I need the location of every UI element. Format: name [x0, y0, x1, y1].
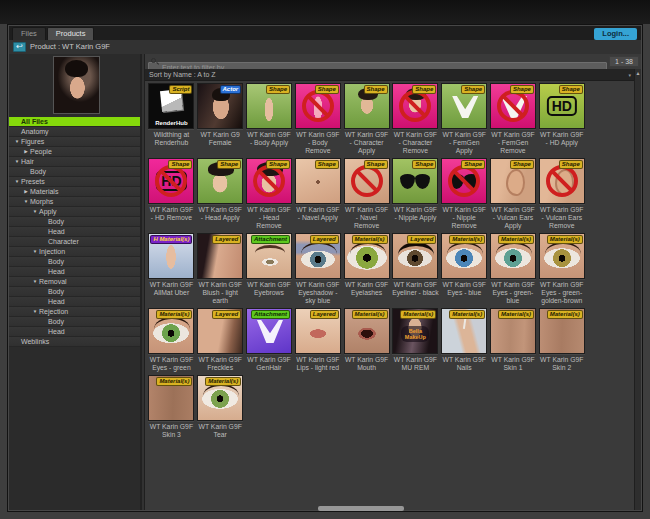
tree-item-head[interactable]: Head [9, 297, 140, 307]
thumbnail-skin-swatch-3[interactable]: Material(s) [148, 375, 194, 421]
thumbnail-eye-shadow[interactable]: Layered [295, 233, 341, 279]
grid-item[interactable]: ShapeWT Karin G9F - Nipple Apply [391, 158, 440, 230]
grid-item[interactable]: ShapeWT Karin G9F - Body Apply [245, 83, 294, 155]
thumbnail-photo-bikini[interactable]: H Material(s) [148, 233, 194, 279]
tab-products[interactable]: Products [47, 27, 95, 40]
grid-item[interactable]: AttachmentWT Karin G9F GenHair [245, 308, 294, 372]
thumbnail-skin-brow[interactable]: Attachment [246, 233, 292, 279]
grid-item[interactable]: Material(s)WT Karin G9F Eyes - green-gol… [537, 233, 586, 305]
grid-item[interactable]: ShapeWT Karin G9F - Body Remove [293, 83, 342, 155]
thumbnail-purple-genhair[interactable]: Attachment [246, 308, 292, 354]
tree-expanded-icon[interactable]: ▼ [31, 277, 39, 286]
grid-item[interactable]: LayeredWT Karin G9F Eyeliner - black [391, 233, 440, 305]
tree-item-morphs[interactable]: ▼Morphs [9, 197, 140, 207]
thumbnail-green-hd[interactable]: HDShape [539, 83, 585, 129]
tree-item-presets[interactable]: ▼Presets [9, 177, 140, 187]
thumbnail-photo-portrait[interactable]: Actor [197, 83, 243, 129]
grid-item[interactable]: ShapeWT Karin G9F - Character Apply [342, 83, 391, 155]
tab-files[interactable]: Files [12, 27, 46, 40]
grid-item[interactable]: ShapeWT Karin G9F - FemGen Remove [489, 83, 538, 155]
thumbnail-green-bra[interactable]: Shape [392, 158, 438, 204]
tree-expanded-icon[interactable]: ▼ [13, 177, 21, 186]
thumbnail-renderhub[interactable]: RenderHubScript [148, 83, 194, 129]
grid-item[interactable]: ShapeWT Karin G9F - Vulcan Ears Apply [489, 158, 538, 230]
tree-collapsed-icon[interactable]: ▶ [22, 147, 30, 156]
tree-expanded-icon[interactable]: ▼ [22, 197, 30, 206]
search-field[interactable] [148, 56, 607, 67]
thumbnail-skin-plain[interactable]: Shape [344, 158, 390, 204]
grid-item[interactable]: ShapeWT Karin G9F - FemGen Apply [440, 83, 489, 155]
thumbnail-skin-navel[interactable]: Shape [295, 158, 341, 204]
thumbnail-pink-portrait[interactable]: Shape [392, 83, 438, 129]
thumbnail-eye-greenblue[interactable]: Material(s) [490, 233, 536, 279]
horizontal-scrollbar[interactable] [318, 506, 404, 511]
tree-item-head[interactable]: Head [9, 327, 140, 337]
grid-item[interactable]: Material(s)WT Karin G9F Skin 3 [147, 375, 196, 439]
thumbnail-pink-hd[interactable]: HDShape [148, 158, 194, 204]
thumbnail-skin-ear[interactable]: Shape [490, 158, 536, 204]
thumbnail-green-figure[interactable]: Shape [246, 83, 292, 129]
tree-expanded-icon[interactable]: ▼ [13, 137, 21, 146]
tree-item-character[interactable]: Character [9, 237, 140, 247]
thumbnail-eye-green[interactable]: Material(s) [148, 308, 194, 354]
thumbnail-eye-big-green[interactable]: Material(s) [344, 233, 390, 279]
grid-item[interactable]: LayeredWT Karin G9F Freckles [196, 308, 245, 372]
grid-item[interactable]: Material(s)WT Karin G9F Eyelashes [342, 233, 391, 305]
grid-item[interactable]: Material(s)WT Karin G9F Eyes - green-blu… [489, 233, 538, 305]
grid-item[interactable]: RenderHubScriptWildthing at Renderhub [147, 83, 196, 155]
tree-item-body[interactable]: Body [9, 257, 140, 267]
tree-item-materials[interactable]: ▶Materials [9, 187, 140, 197]
thumbnail-pink-femgen[interactable]: Shape [490, 83, 536, 129]
grid-item[interactable]: HDShapeWT Karin G9F - HD Apply [537, 83, 586, 155]
grid-item[interactable]: ShapeWT Karin G9F - Navel Remove [342, 158, 391, 230]
grid-item[interactable]: LayeredWT Karin G9F Eyeshadow - sky blue [293, 233, 342, 305]
grid-item[interactable]: ShapeWT Karin G9F - Nipple Remove [440, 158, 489, 230]
tree-item-figures[interactable]: ▼Figures [9, 137, 140, 147]
thumbnail-hand-nails[interactable]: Material(s) [441, 308, 487, 354]
grid-item[interactable]: AttachmentWT Karin G9F Eyebrows [245, 233, 294, 305]
grid-item[interactable]: ShapeWT Karin G9F - Head Remove [245, 158, 294, 230]
thumbnail-pink-head[interactable]: Shape [246, 158, 292, 204]
grid-item[interactable]: Material(s)WT Karin G9F Mouth [342, 308, 391, 372]
grid-item[interactable]: HDShapeWT Karin G9F - HD Remove [147, 158, 196, 230]
thumbnail-photo-nose[interactable]: Layered [197, 308, 243, 354]
grid-item[interactable]: Material(s)WT Karin G9F Skin 2 [537, 308, 586, 372]
sort-bar[interactable]: Sort by Name : A to Z ▾ [145, 69, 634, 81]
thumbnail-green-femgen[interactable]: Shape [441, 83, 487, 129]
tree-item-hair[interactable]: ▼Hair [9, 157, 140, 167]
tree-expanded-icon[interactable]: ▼ [31, 207, 39, 216]
tree-item-anatomy[interactable]: Anatomy [9, 127, 140, 137]
grid-item[interactable]: ShapeWT Karin G9F - Head Apply [196, 158, 245, 230]
tree-item-body[interactable]: Body [9, 217, 140, 227]
grid-item[interactable]: Material(s)WT Karin G9F Tear [196, 375, 245, 439]
tree-item-rejection[interactable]: ▼Rejection [9, 307, 140, 317]
grid-item[interactable]: ShapeWT Karin G9F - Navel Apply [293, 158, 342, 230]
thumbnail-eye-blue[interactable]: Material(s) [441, 233, 487, 279]
tree-expanded-icon[interactable]: ▼ [31, 247, 39, 256]
tree-item-body[interactable]: Body [9, 167, 140, 177]
thumbnail-eye-tear[interactable]: Material(s) [197, 375, 243, 421]
grid-item[interactable]: ActorWT Karin G9 Female [196, 83, 245, 155]
grid-item[interactable]: H Material(s)WT Karin G9F AllMat Uber [147, 233, 196, 305]
thumbnail-eye-dark[interactable]: Layered [392, 233, 438, 279]
thumbnail-skin-swatch-2[interactable]: Material(s) [539, 308, 585, 354]
back-arrow-icon[interactable]: ↩ [13, 42, 26, 52]
thumbnail-eye-golden[interactable]: Material(s) [539, 233, 585, 279]
grid-item[interactable]: ShapeWT Karin G9F - Vulcan Ears Remove [537, 158, 586, 230]
tree-item-body[interactable]: Body [9, 317, 140, 327]
grid-item[interactable]: LayeredWT Karin G9F Blush - light earth [196, 233, 245, 305]
grid-item[interactable]: Material(s)WT Karin G9F Skin 1 [489, 308, 538, 372]
thumbnail-skin-swatch-1[interactable]: Material(s) [490, 308, 536, 354]
tree-item-body[interactable]: Body [9, 287, 140, 297]
grid-item[interactable]: Bella MakeUpMaterial(s)WT Karin G9F MU R… [391, 308, 440, 372]
vertical-scrollbar[interactable]: ▲ [634, 69, 641, 510]
tree-item-head[interactable]: Head [9, 267, 140, 277]
thumbnail-photo-face[interactable]: Layered [197, 233, 243, 279]
thumbnail-pink-bra[interactable]: Shape [441, 158, 487, 204]
login-button[interactable]: Login... [594, 28, 637, 40]
tree-item-people[interactable]: ▶People [9, 147, 140, 157]
thumbnail-pink-figure[interactable]: Shape [295, 83, 341, 129]
tree-expanded-icon[interactable]: ▼ [13, 157, 21, 166]
grid-item[interactable]: ShapeWT Karin G9F - Character Remove [391, 83, 440, 155]
tree-item-all-files[interactable]: All Files [9, 117, 140, 127]
